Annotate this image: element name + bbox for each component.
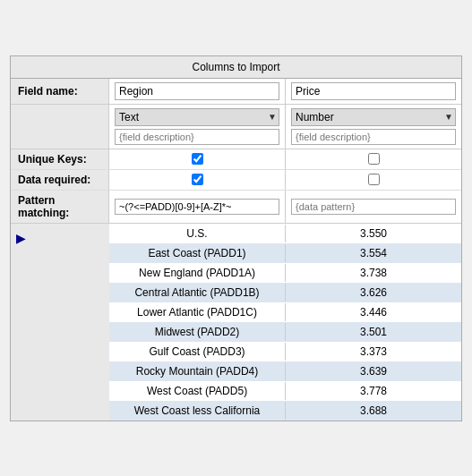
region-cell: New England (PADD1A) xyxy=(109,264,285,282)
region-cell: West Coast (PADD5) xyxy=(109,382,285,400)
type-select-2[interactable]: Text Number Date Boolean xyxy=(291,108,456,126)
data-required-cell-2 xyxy=(285,170,461,190)
data-rows-container: U.S.3.550East Coast (PADD1)3.554New Engl… xyxy=(109,224,461,421)
table-row: Rocky Mountain (PADD4)3.639 xyxy=(109,361,461,381)
price-cell: 3.501 xyxy=(285,323,461,341)
fieldname-label: Field name: xyxy=(11,79,109,104)
region-field-input[interactable] xyxy=(115,82,279,100)
fieldname-row: Field name: xyxy=(11,79,461,105)
region-cell: Central Atlantic (PADD1B) xyxy=(109,284,285,302)
pattern-input-2[interactable] xyxy=(291,199,456,215)
data-section: ▶ U.S.3.550East Coast (PADD1)3.554New En… xyxy=(11,224,461,421)
region-cell: Lower Atlantic (PADD1C) xyxy=(109,303,285,321)
data-required-label: Data required: xyxy=(11,170,109,190)
unique-keys-checkbox-2[interactable] xyxy=(368,153,380,165)
price-cell: 3.626 xyxy=(285,284,461,302)
type-label-spacer xyxy=(11,105,109,149)
type-select-1[interactable]: Text Number Date Boolean xyxy=(115,108,279,126)
pattern-cell-2 xyxy=(285,191,461,223)
data-required-checkbox-1[interactable] xyxy=(192,174,203,185)
price-cell: 3.778 xyxy=(285,382,461,400)
price-cell: 3.446 xyxy=(285,303,461,321)
type-select-wrapper-2: Text Number Date Boolean ▼ xyxy=(291,108,456,126)
type-select-wrapper-1: Text Number Date Boolean ▼ xyxy=(115,108,279,126)
unique-keys-label: Unique Keys: xyxy=(11,149,109,169)
table-row: Lower Atlantic (PADD1C)3.446 xyxy=(109,302,461,322)
pattern-matching-row: Pattern matching: xyxy=(11,191,461,224)
region-cell: Midwest (PADD2) xyxy=(109,323,285,341)
type-row: Text Number Date Boolean ▼ Text Number D… xyxy=(11,105,461,149)
unique-keys-cell-2 xyxy=(285,149,461,169)
price-cell: 3.554 xyxy=(285,244,461,262)
table-row: West Coast less California3.688 xyxy=(109,401,461,421)
col1-description-input[interactable] xyxy=(115,129,279,145)
pattern-input-1[interactable] xyxy=(115,199,279,215)
price-cell: 3.688 xyxy=(285,402,461,420)
main-container: Columns to Import Field name: Text Numbe… xyxy=(10,55,462,421)
pattern-matching-label: Pattern matching: xyxy=(11,191,109,223)
data-required-cell-1 xyxy=(109,170,285,190)
unique-keys-fields xyxy=(109,149,461,169)
expand-arrow-button[interactable]: ▶ xyxy=(16,231,26,245)
columns-to-import-header: Columns to Import xyxy=(11,56,461,79)
table-row: U.S.3.550 xyxy=(109,224,461,243)
price-cell: 3.639 xyxy=(285,362,461,380)
fieldname-cell-1 xyxy=(109,79,285,104)
price-cell: 3.550 xyxy=(285,225,461,242)
region-cell: East Coast (PADD1) xyxy=(109,244,285,262)
type-cell-2: Text Number Date Boolean ▼ xyxy=(285,105,461,149)
type-cell-1: Text Number Date Boolean ▼ xyxy=(109,105,285,149)
data-required-row: Data required: xyxy=(11,170,461,191)
table-row: Central Atlantic (PADD1B)3.626 xyxy=(109,283,461,302)
unique-keys-checkbox-1[interactable] xyxy=(192,153,203,165)
pattern-cell-1 xyxy=(109,191,285,223)
unique-keys-cell-1 xyxy=(109,149,285,169)
price-cell: 3.738 xyxy=(285,264,461,282)
price-cell: 3.373 xyxy=(285,343,461,361)
left-gutter: ▶ xyxy=(11,224,109,421)
table-row: East Coast (PADD1)3.554 xyxy=(109,243,461,263)
table-row: New England (PADD1A)3.738 xyxy=(109,263,461,283)
table-row: Gulf Coast (PADD3)3.373 xyxy=(109,342,461,361)
price-field-input[interactable] xyxy=(291,82,456,100)
col2-description-input[interactable] xyxy=(291,129,456,145)
type-fields: Text Number Date Boolean ▼ Text Number D… xyxy=(109,105,461,149)
region-cell: West Coast less California xyxy=(109,402,285,420)
fieldname-fields xyxy=(109,79,461,104)
data-required-checkbox-2[interactable] xyxy=(368,174,380,185)
fieldname-cell-2 xyxy=(285,79,461,104)
data-required-fields xyxy=(109,170,461,190)
unique-keys-row: Unique Keys: xyxy=(11,149,461,170)
pattern-fields xyxy=(109,191,461,223)
header-title: Columns to Import xyxy=(192,61,279,73)
table-row: Midwest (PADD2)3.501 xyxy=(109,322,461,342)
region-cell: Gulf Coast (PADD3) xyxy=(109,343,285,361)
region-cell: U.S. xyxy=(109,225,285,242)
region-cell: Rocky Mountain (PADD4) xyxy=(109,362,285,380)
table-row: West Coast (PADD5)3.778 xyxy=(109,381,461,401)
